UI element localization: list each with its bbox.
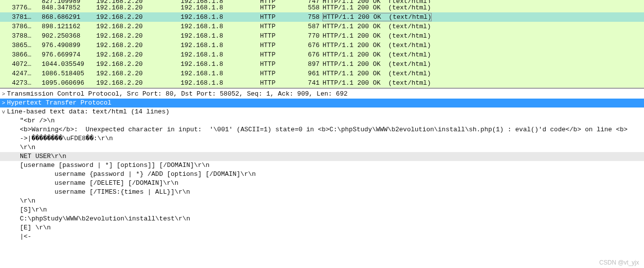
packet-destination: 192.168.1.8 [181,31,260,41]
detail-text-line[interactable]: <b>Warning</b>: Unexpected character in … [0,125,644,134]
packet-protocol: HTTP [260,31,295,41]
packet-destination: 192.168.1.8 [181,3,260,12]
packet-source: 192.168.2.20 [96,69,181,78]
packet-row[interactable]: 3866…976.669974192.168.2.20192.168.1.8HT… [0,50,644,59]
packet-no: 4273… [0,78,42,88]
detail-line-based-text-data[interactable]: v Line-based text data: text/html (14 li… [0,107,644,116]
packet-no: 4072… [0,59,42,69]
packet-no: 3776… [0,3,42,12]
packet-info: HTTP/1.1 200 OK (text/html) [322,78,644,88]
packet-list[interactable]: 3796…827.109989192.168.2.20192.168.1.8HT… [0,0,644,88]
packet-time: 976.490899 [42,41,96,50]
packet-protocol: HTTP [260,3,295,12]
packet-protocol: HTTP [260,41,295,50]
packet-row[interactable]: 3786…898.121162192.168.2.20192.168.1.8HT… [0,22,644,31]
packet-row[interactable]: 3781…868.686291192.168.2.20192.168.1.8HT… [0,12,644,22]
packet-info: HTTP/1.1 200 OK (text/html) [322,41,644,50]
detail-http[interactable]: > Hypertext Transfer Protocol [0,99,644,107]
packet-info: HTTP/1.1 200 OK (text/html) [322,59,644,69]
detail-text-line[interactable]: username [/DELETE] [/DOMAIN]\r\n [0,179,644,188]
packet-length: 770 [295,31,322,41]
packet-no: 3866… [0,50,42,59]
packet-length: 961 [295,69,322,78]
packet-time: 1086.518405 [42,69,96,78]
packet-length: 676 [295,50,322,59]
packet-destination: 192.168.1.8 [181,78,260,88]
watermark: CSDN @vt_yjx [599,259,639,266]
packet-time: 898.121162 [42,22,96,31]
detail-text-line[interactable]: [S]\r\n [0,206,644,214]
detail-http-text: Hypertext Transfer Protocol [7,99,112,107]
detail-lbtd-text: Line-based text data: text/html (14 line… [7,107,170,116]
detail-text-line[interactable]: username [/TIMES:{times | ALL}]\r\n [0,188,644,197]
packet-source: 192.168.2.20 [96,50,181,59]
packet-row[interactable]: 4072…1044.035549192.168.2.20192.168.1.8H… [0,59,644,69]
packet-length: 558 [295,3,322,12]
packet-info: HTTP/1.1 200 OK (text/html) [322,3,644,12]
detail-text-line[interactable]: \r\n [0,143,644,152]
packet-source: 192.168.2.20 [96,41,181,50]
packet-info: HTTP/1.1 200 OK (text/html) [322,69,644,78]
detail-text-line[interactable]: [E] \r\n [0,223,644,232]
detail-tcp-text: Transmission Control Protocol, Src Port:… [7,90,348,99]
detail-text-line[interactable]: |<- [0,232,644,241]
packet-destination: 192.168.1.8 [181,69,260,78]
detail-text-line[interactable]: username {password | *} /ADD [options] [… [0,170,644,179]
packet-time: 1095.060696 [42,78,96,88]
packet-row[interactable]: 4247…1086.518405192.168.2.20192.168.1.8H… [0,69,644,78]
packet-length: 758 [295,12,322,22]
packet-info: HTTP/1.1 200 OK (text/html) [322,31,644,41]
detail-text-line[interactable]: NET USER\r\n [0,152,644,161]
packet-no: 3781… [0,12,42,22]
packet-source: 192.168.2.20 [96,12,181,22]
packet-info: HTTP/1.1 200 OK (text/html) [322,50,644,59]
detail-text-line[interactable]: C:\phpStudy\WWW\b2evolution\install\test… [0,214,644,223]
packet-destination: 192.168.1.8 [181,50,260,59]
packet-protocol: HTTP [260,22,295,31]
packet-row[interactable]: 3776…848.347852192.168.2.20192.168.1.8HT… [0,3,644,12]
packet-length: 676 [295,41,322,50]
packet-protocol: HTTP [260,78,295,88]
detail-tcp[interactable]: > Transmission Control Protocol, Src Por… [0,90,644,99]
packet-info: HTTP/1.1 200 OK (text/html) [322,22,644,31]
packet-destination: 192.168.1.8 [181,12,260,22]
packet-length: 587 [295,22,322,31]
packet-protocol: HTTP [260,59,295,69]
packet-row[interactable]: 3865…976.490899192.168.2.20192.168.1.8HT… [0,41,644,50]
chevron-right-icon: > [0,90,7,99]
packet-info: HTTP/1.1 200 OK (text/html) [322,12,644,22]
packet-no: 3865… [0,41,42,50]
packet-destination: 192.168.1.8 [181,22,260,31]
packet-time: 1044.035549 [42,59,96,69]
packet-protocol: HTTP [260,12,295,22]
chevron-down-icon: v [0,107,7,116]
packet-no: 3786… [0,22,42,31]
packet-time: 868.686291 [42,12,96,22]
packet-time: 976.669974 [42,50,96,59]
packet-row[interactable]: 3788…902.250368192.168.2.20192.168.1.8HT… [0,31,644,41]
detail-text-line[interactable]: ->|��������\uFDE8��:\r\n [0,134,644,143]
detail-text-line[interactable]: [username [password | *] [options]] [/DO… [0,161,644,170]
packet-length: 741 [295,78,322,88]
detail-text-line[interactable]: "<br />\n [0,116,644,125]
packet-protocol: HTTP [260,69,295,78]
packet-details-pane[interactable]: > Transmission Control Protocol, Src Por… [0,88,644,241]
packet-no: 3788… [0,31,42,41]
packet-time: 902.250368 [42,31,96,41]
packet-destination: 192.168.1.8 [181,59,260,69]
packet-protocol: HTTP [260,50,295,59]
packet-source: 192.168.2.20 [96,59,181,69]
chevron-right-icon: > [0,99,7,107]
packet-source: 192.168.2.20 [96,31,181,41]
packet-destination: 192.168.1.8 [181,41,260,50]
packet-length: 897 [295,59,322,69]
packet-source: 192.168.2.20 [96,78,181,88]
packet-row[interactable]: 4273…1095.060696192.168.2.20192.168.1.8H… [0,78,644,88]
packet-no: 4247… [0,69,42,78]
packet-time: 848.347852 [42,3,96,12]
packet-source: 192.168.2.20 [96,3,181,12]
detail-text-line[interactable]: \r\n [0,197,644,206]
packet-source: 192.168.2.20 [96,22,181,31]
